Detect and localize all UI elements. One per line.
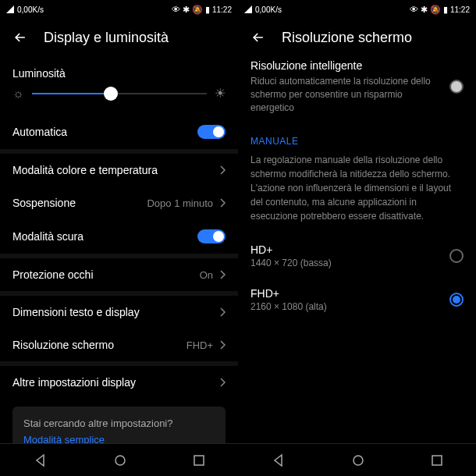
nav-back-icon[interactable]	[34, 453, 48, 467]
bluetooth-icon: ✱	[183, 5, 190, 15]
nav-recent-icon[interactable]	[193, 454, 205, 467]
page-title: Risoluzione schermo	[282, 30, 412, 46]
slider-thumb[interactable]	[104, 87, 118, 101]
resolution-label: Risoluzione schermo	[12, 339, 114, 351]
nav-home-icon[interactable]	[352, 454, 364, 467]
nav-bar	[238, 443, 476, 476]
sleep-label: Sospensione	[12, 197, 76, 209]
smart-res-toggle[interactable]	[449, 80, 464, 94]
smart-res-title: Risoluzione intelligente	[250, 59, 440, 72]
brightness-low-icon: ☼	[12, 87, 24, 101]
hd-radio[interactable]	[449, 249, 464, 263]
fhd-sub: 2160 × 1080 (alta)	[250, 301, 327, 312]
eye-status-icon: 👁	[410, 5, 418, 14]
signal-icon	[244, 5, 252, 13]
silent-icon: 🔕	[192, 5, 203, 15]
dark-mode-label: Modalità scura	[12, 230, 83, 243]
bluetooth-icon: ✱	[421, 5, 428, 15]
resolution-value: FHD+	[186, 339, 213, 351]
text-size-label: Dimensioni testo e display	[12, 306, 140, 318]
phone-display-settings: 0,00K/s 👁 ✱ 🔕 ▮ 11:22 Display e luminosi…	[0, 0, 238, 476]
fhd-radio[interactable]	[449, 293, 464, 307]
silent-icon: 🔕	[430, 5, 441, 15]
eye-protection-value: On	[200, 269, 213, 281]
header: Display e luminosità	[0, 19, 238, 56]
net-speed: 0,00K/s	[17, 5, 44, 14]
dark-mode-item[interactable]: Modalità scura	[0, 219, 238, 254]
svg-rect-3	[432, 456, 442, 465]
net-speed: 0,00K/s	[255, 5, 282, 14]
page-title: Display e luminosità	[44, 30, 169, 46]
chevron-right-icon	[219, 307, 226, 317]
dark-mode-toggle[interactable]	[197, 229, 226, 243]
auto-brightness-item[interactable]: Automatica	[0, 115, 238, 149]
auto-brightness-toggle[interactable]	[197, 125, 226, 139]
hd-sub: 1440 × 720 (bassa)	[250, 258, 332, 268]
svg-point-2	[353, 456, 363, 465]
nav-bar	[0, 443, 238, 476]
hint-link[interactable]: Modalità semplice	[23, 434, 215, 443]
brightness-high-icon: ☀	[215, 86, 226, 101]
sleep-value: Dopo 1 minuto	[147, 197, 213, 209]
smart-res-desc: Riduci automaticamente la risoluzione de…	[250, 75, 440, 114]
svg-rect-1	[194, 456, 204, 465]
back-arrow-icon[interactable]	[12, 30, 28, 45]
nav-back-icon[interactable]	[272, 453, 286, 467]
svg-point-0	[115, 456, 125, 465]
nav-recent-icon[interactable]	[431, 454, 443, 467]
clock: 11:22	[212, 5, 232, 14]
chevron-right-icon	[219, 340, 226, 350]
hint-question: Stai cercando altre impostazioni?	[23, 417, 215, 429]
resolution-item[interactable]: Risoluzione schermo FHD+	[0, 329, 238, 361]
eye-status-icon: 👁	[172, 5, 180, 14]
hd-option[interactable]: HD+ 1440 × 720 (bassa)	[238, 234, 476, 278]
brightness-label: Luminosità	[0, 56, 238, 86]
battery-icon: ▮	[443, 5, 448, 15]
other-display-item[interactable]: Altre impostazioni display	[0, 366, 238, 399]
eye-protection-label: Protezione occhi	[12, 268, 94, 281]
auto-brightness-label: Automatica	[12, 126, 67, 138]
color-mode-label: Modalità colore e temperatura	[12, 164, 158, 176]
nav-home-icon[interactable]	[114, 454, 126, 467]
hint-card: Stai cercando altre impostazioni? Modali…	[12, 407, 226, 443]
phone-resolution-settings: 0,00K/s 👁 ✱ 🔕 ▮ 11:22 Risoluzione scherm…	[238, 0, 476, 476]
battery-icon: ▮	[205, 5, 210, 15]
text-size-item[interactable]: Dimensioni testo e display	[0, 296, 238, 329]
hd-title: HD+	[250, 243, 332, 256]
color-mode-item[interactable]: Modalità colore e temperatura	[0, 154, 238, 186]
back-arrow-icon[interactable]	[250, 30, 266, 45]
manual-desc: La regolazione manuale della risoluzione…	[238, 153, 476, 234]
clock: 11:22	[450, 5, 470, 14]
brightness-slider[interactable]	[32, 93, 207, 94]
fhd-option[interactable]: FHD+ 2160 × 1080 (alta)	[238, 278, 476, 321]
chevron-right-icon	[219, 270, 226, 279]
status-bar: 0,00K/s 👁 ✱ 🔕 ▮ 11:22	[0, 0, 238, 19]
fhd-title: FHD+	[250, 287, 327, 300]
header: Risoluzione schermo	[238, 19, 476, 56]
sleep-item[interactable]: Sospensione Dopo 1 minuto	[0, 186, 238, 219]
chevron-right-icon	[219, 165, 226, 175]
manual-header: MANUALE	[238, 125, 476, 153]
status-bar: 0,00K/s 👁 ✱ 🔕 ▮ 11:22	[238, 0, 476, 19]
signal-icon	[6, 5, 14, 13]
chevron-right-icon	[219, 378, 226, 387]
other-display-label: Altre impostazioni display	[12, 376, 136, 389]
eye-protection-item[interactable]: Protezione occhi On	[0, 258, 238, 291]
chevron-right-icon	[219, 198, 226, 208]
